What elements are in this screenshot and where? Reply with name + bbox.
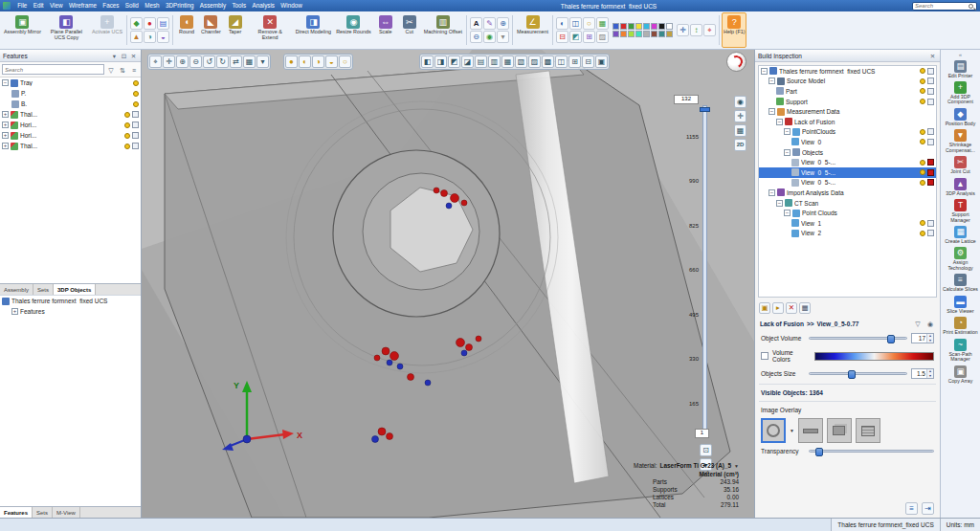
menu-3dprinting[interactable]: 3DPrinting bbox=[163, 0, 197, 11]
bi-row-view-0-5-selected[interactable]: View_0_5-... bbox=[759, 167, 936, 178]
explode-icon[interactable]: ⊞ bbox=[583, 31, 595, 43]
panel-menu-icon[interactable]: ▾ bbox=[110, 52, 119, 60]
tree-row-document[interactable]: Thales ferrure formnext_fixed UCS bbox=[0, 296, 141, 306]
tab-sets[interactable]: Sets bbox=[33, 284, 54, 295]
ribbon-taper[interactable]: ◢ Taper bbox=[224, 12, 247, 48]
display-state-icon[interactable] bbox=[927, 230, 934, 236]
visibility-bulb-icon[interactable] bbox=[920, 180, 925, 186]
transparency-slider[interactable] bbox=[809, 450, 934, 453]
visibility-bulb-icon[interactable] bbox=[920, 160, 925, 166]
ribbon-plane-parallel-ucs-copy[interactable]: ◧ Plane Parallel UCS Copy bbox=[44, 12, 89, 48]
panel-close-icon[interactable]: ✕ bbox=[928, 52, 937, 60]
collapse-icon[interactable]: − bbox=[768, 189, 775, 196]
overlay-thumb-circle[interactable] bbox=[761, 418, 786, 443]
ribbon-assembly-mirror[interactable]: ▣ Assembly Mirror bbox=[2, 12, 43, 48]
list-options-icon[interactable]: ≡ bbox=[129, 65, 139, 75]
visibility-bulb-icon[interactable] bbox=[124, 112, 130, 118]
palette-color[interactable] bbox=[666, 31, 673, 37]
back-view-icon[interactable]: ◨ bbox=[434, 55, 447, 68]
ribbon-help[interactable]: ? Help (F1) bbox=[722, 12, 746, 48]
menu-solid[interactable]: Solid bbox=[122, 0, 142, 11]
zoom-in-icon[interactable]: ⊕ bbox=[176, 55, 189, 68]
data-options-icon[interactable]: ▦ bbox=[799, 302, 811, 314]
expand-icon[interactable]: + bbox=[2, 143, 9, 149]
top-view-icon[interactable]: ◩ bbox=[448, 55, 460, 68]
ribbon-remove-extend[interactable]: ✕ Remove & Extend bbox=[248, 12, 293, 48]
tool-print-estimation[interactable]: ◔ Print Estimation bbox=[941, 316, 980, 337]
palette-color[interactable] bbox=[612, 23, 619, 30]
collapse-icon[interactable]: − bbox=[784, 210, 791, 216]
bi-row-ct-scan[interactable]: − CT Scan bbox=[759, 198, 936, 209]
panel-close-icon[interactable]: ✕ bbox=[129, 52, 138, 60]
import-data-icon[interactable]: ▣ bbox=[759, 302, 770, 314]
text-tool-icon[interactable]: A bbox=[470, 17, 482, 30]
bi-row-import-analysis[interactable]: − Import Analysis Data bbox=[759, 188, 936, 198]
collapse-icon[interactable]: − bbox=[776, 119, 783, 125]
surface-tool-icon[interactable]: ◆ bbox=[130, 17, 143, 30]
ribbon-scale[interactable]: ⇔ Scale bbox=[374, 12, 397, 48]
toolbar-collapse-icon[interactable]: « bbox=[941, 51, 980, 58]
slider-handle[interactable] bbox=[887, 335, 895, 343]
display-state-icon[interactable] bbox=[927, 220, 934, 227]
tab-assembly[interactable]: Assembly bbox=[0, 284, 33, 295]
collapse-icon[interactable]: − bbox=[768, 77, 775, 84]
spin-down-icon[interactable]: ▾ bbox=[927, 339, 933, 343]
ruler-min-box[interactable]: 1 bbox=[695, 429, 709, 438]
slider-handle[interactable] bbox=[848, 370, 856, 379]
front-view-icon[interactable]: ◧ bbox=[421, 55, 434, 68]
wire-mode-icon[interactable]: ◫ bbox=[569, 17, 582, 30]
ribbon-measurement[interactable]: ∠ Measurement bbox=[515, 12, 550, 48]
exit-panel-icon[interactable]: ⇥ bbox=[922, 502, 934, 515]
visibility-bulb-icon[interactable] bbox=[124, 122, 130, 128]
menu-window[interactable]: Window bbox=[278, 0, 305, 11]
grid-toggle-icon[interactable]: ▦ bbox=[734, 124, 746, 137]
visibility-bulb-icon[interactable] bbox=[124, 144, 130, 149]
tool-joint-cut[interactable]: ✂ Joint Cut bbox=[941, 155, 980, 176]
collapse-icon[interactable]: − bbox=[2, 79, 9, 86]
split-view-icon[interactable]: ◫ bbox=[555, 55, 568, 68]
mirror-view-icon[interactable]: ◩ bbox=[569, 31, 582, 43]
eye-icon[interactable]: ◉ bbox=[925, 319, 935, 328]
visibility-bulb-icon[interactable] bbox=[920, 231, 925, 236]
ucs-toggle-icon[interactable]: ✛ bbox=[734, 110, 746, 122]
display-state-icon[interactable] bbox=[132, 132, 139, 139]
collapse-icon[interactable]: − bbox=[761, 68, 768, 75]
zoom-out-icon[interactable]: ⊖ bbox=[470, 31, 482, 43]
transparent-mode-icon[interactable]: ○ bbox=[339, 55, 351, 68]
object-volume-slider[interactable] bbox=[809, 337, 907, 340]
sphere-tool-icon[interactable]: ● bbox=[144, 17, 156, 30]
palette-color[interactable] bbox=[628, 31, 635, 37]
axis-icon[interactable]: ↕ bbox=[690, 24, 702, 36]
palette-color[interactable] bbox=[643, 31, 650, 37]
visibility-bulb-icon[interactable] bbox=[920, 88, 925, 94]
visibility-bulb-icon[interactable] bbox=[133, 91, 139, 97]
clip-view-icon[interactable]: ▩ bbox=[542, 55, 554, 68]
annotate-tool-icon[interactable]: ✎ bbox=[483, 17, 496, 30]
features-search-input[interactable] bbox=[2, 64, 104, 75]
search-input[interactable] bbox=[915, 3, 967, 9]
visibility-bulb-icon[interactable] bbox=[920, 169, 925, 175]
expand-icon[interactable]: + bbox=[2, 122, 9, 128]
display-state-icon[interactable] bbox=[132, 122, 139, 128]
global-search[interactable] bbox=[912, 2, 977, 11]
tree-row-body[interactable]: B. bbox=[0, 99, 141, 109]
bi-row-point-clouds[interactable]: − Point Clouds bbox=[759, 208, 936, 218]
menu-file[interactable]: File bbox=[14, 0, 31, 11]
shade-mode-icon[interactable]: ◐ bbox=[556, 17, 568, 30]
slice-lock-icon[interactable]: ⊡ bbox=[700, 444, 712, 456]
menu-faces[interactable]: Faces bbox=[100, 0, 122, 11]
color-swatch[interactable] bbox=[927, 169, 934, 176]
sort-icon[interactable]: ⇅ bbox=[118, 65, 127, 75]
tool-slice-viewer[interactable]: ▬ Slice Viewer bbox=[941, 294, 980, 315]
section-view-icon[interactable]: ▨ bbox=[528, 55, 541, 68]
palette-color[interactable] bbox=[658, 31, 665, 37]
display-state-icon[interactable] bbox=[927, 139, 934, 145]
tab-sets-2[interactable]: Sets bbox=[33, 507, 53, 518]
panel-pin-icon[interactable]: ⊡ bbox=[120, 52, 128, 60]
bi-row-root[interactable]: − Thales ferrure formnext_fixed UCS bbox=[759, 66, 936, 77]
tool-support-manager[interactable]: T Support Manager bbox=[941, 198, 980, 225]
menu-edit[interactable]: Edit bbox=[31, 0, 47, 11]
export-data-icon[interactable]: ▸ bbox=[772, 302, 784, 314]
zoom-in-icon[interactable]: ⊕ bbox=[497, 17, 509, 30]
visibility-bulb-icon[interactable] bbox=[124, 133, 130, 139]
